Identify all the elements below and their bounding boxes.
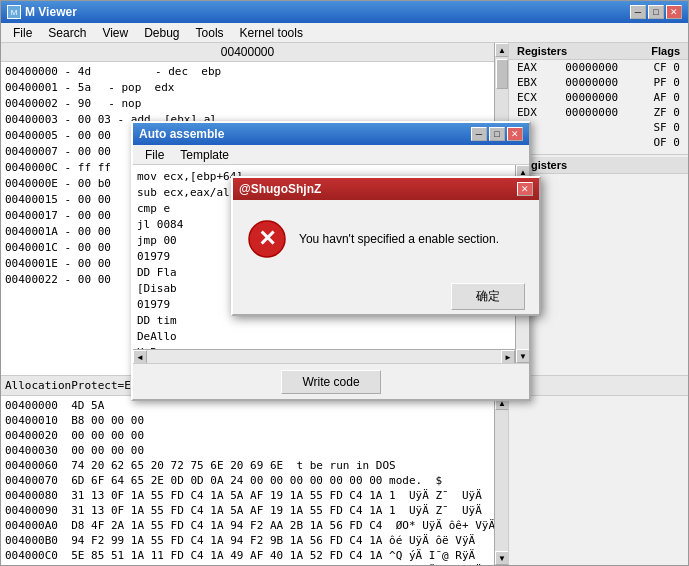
error-title-bar: @ShugoShjnZ ✕ bbox=[233, 178, 539, 200]
hex-line: 00400010 B8 00 00 00 bbox=[5, 413, 490, 428]
app-title: M Viewer bbox=[25, 5, 77, 19]
aa-menu-file[interactable]: File bbox=[137, 146, 172, 164]
reg-eax: EAX 00000000 CF 0 bbox=[509, 60, 688, 75]
hex-scroll-track[interactable] bbox=[495, 410, 508, 551]
hex-line: 00400020 00 00 00 00 bbox=[5, 428, 490, 443]
error-body: ✕ You havn't specified a enable section. bbox=[233, 200, 539, 278]
aa-menu-template[interactable]: Template bbox=[172, 146, 237, 164]
aa-hscroll-right[interactable]: ► bbox=[501, 350, 515, 363]
aa-hscroll-left[interactable]: ◄ bbox=[133, 350, 147, 363]
reg-ecx: ECX 00000000 AF 0 bbox=[509, 90, 688, 105]
code-header: 00400000 bbox=[1, 43, 494, 62]
error-ok-button[interactable]: 确定 bbox=[451, 283, 525, 310]
hex-line: 00400090 31 13 0F 1A 55 FD C4 1A 5A AF 1… bbox=[5, 503, 490, 518]
aa-footer: Write code bbox=[133, 363, 529, 399]
menu-kernel-tools[interactable]: Kernel tools bbox=[232, 24, 311, 42]
menu-search[interactable]: Search bbox=[40, 24, 94, 42]
app-icon: M bbox=[7, 5, 21, 19]
aa-title-bar: Auto assemble ─ □ ✕ bbox=[133, 123, 529, 145]
hex-scroll-down[interactable]: ▼ bbox=[495, 551, 509, 565]
flags-label: Flags bbox=[651, 45, 680, 57]
aa-title: Auto assemble bbox=[139, 127, 224, 141]
title-bar-controls: ─ □ ✕ bbox=[630, 5, 682, 19]
code-line: 00400002 - 90 - nop bbox=[5, 96, 490, 112]
reg-empty1: SF 0 bbox=[509, 120, 688, 135]
aa-title-controls: ─ □ ✕ bbox=[471, 127, 523, 141]
reg-ebx: EBX 00000000 PF 0 bbox=[509, 75, 688, 90]
error-icon: ✕ bbox=[247, 219, 287, 259]
scroll-up-btn[interactable]: ▲ bbox=[495, 43, 509, 57]
main-menu-bar: File Search View Debug Tools Kernel tool… bbox=[1, 23, 688, 43]
error-dialog-title: @ShugoShjnZ bbox=[239, 182, 321, 196]
write-code-button[interactable]: Write code bbox=[281, 370, 380, 394]
registers-header: Registers Flags bbox=[509, 43, 688, 60]
aa-maximize-btn[interactable]: □ bbox=[489, 127, 505, 141]
code-line: 00400000 - 4d - dec ebp bbox=[5, 64, 490, 80]
minimize-button[interactable]: ─ bbox=[630, 5, 646, 19]
hex-line: 00400060 74 20 62 65 20 72 75 6E 20 69 6… bbox=[5, 458, 490, 473]
title-bar-left: M M Viewer bbox=[7, 5, 77, 19]
aa-minimize-btn[interactable]: ─ bbox=[471, 127, 487, 141]
hex-content[interactable]: 00400000 4D 5A 00400010 B8 00 00 00 0040… bbox=[1, 396, 494, 565]
aa-hscroll-track[interactable] bbox=[147, 350, 501, 363]
error-message: You havn't specified a enable section. bbox=[299, 232, 499, 246]
main-window: M M Viewer ─ □ ✕ File Search View Debug … bbox=[0, 0, 689, 566]
reg-empty2: OF 0 bbox=[509, 135, 688, 150]
menu-debug[interactable]: Debug bbox=[136, 24, 187, 42]
main-title-bar: M M Viewer ─ □ ✕ bbox=[1, 1, 688, 23]
hex-line: 00400030 00 00 00 00 bbox=[5, 443, 490, 458]
hex-line: 004000A0 D8 4F 2A 1A 55 FD C4 1A 94 F2 A… bbox=[5, 518, 490, 533]
aa-hscrollbar[interactable]: ◄ ► bbox=[133, 349, 515, 363]
aa-close-btn[interactable]: ✕ bbox=[507, 127, 523, 141]
aa-menu-bar: File Template bbox=[133, 145, 529, 165]
reg-edx: EDX 00000000 ZF 0 bbox=[509, 105, 688, 120]
hex-line: 00400070 6D 6F 64 65 2E 0D 0D 0A 24 00 0… bbox=[5, 473, 490, 488]
close-button[interactable]: ✕ bbox=[666, 5, 682, 19]
aa-scroll-down[interactable]: ▼ bbox=[516, 349, 529, 363]
hex-line: 004000C0 5E 85 51 1A 11 FD C4 1A 49 AF 4… bbox=[5, 548, 490, 563]
error-close-btn[interactable]: ✕ bbox=[517, 182, 533, 196]
svg-text:✕: ✕ bbox=[258, 226, 276, 251]
bottom-area: 00400000 4D 5A 00400010 B8 00 00 00 0040… bbox=[1, 395, 688, 565]
aa-code-line: DeAllo bbox=[137, 329, 511, 345]
error-dialog: @ShugoShjnZ ✕ ✕ You havn't specified a e… bbox=[231, 176, 541, 316]
error-footer: 确定 bbox=[233, 278, 539, 314]
menu-tools[interactable]: Tools bbox=[188, 24, 232, 42]
hex-line: 004000D0 70 3B A9 1A 5F FD C4 1A 2A 84 1… bbox=[5, 563, 490, 565]
menu-view[interactable]: View bbox=[94, 24, 136, 42]
maximize-button[interactable]: □ bbox=[648, 5, 664, 19]
registers-label: Registers bbox=[517, 45, 567, 57]
hex-vscrollbar[interactable]: ▲ ▼ bbox=[494, 396, 508, 565]
right-bottom-panel bbox=[508, 396, 688, 565]
scroll-thumb[interactable] bbox=[496, 59, 508, 89]
hex-line: 004000B0 94 F2 99 1A 55 FD C4 1A 94 F2 9… bbox=[5, 533, 490, 548]
hex-line: 00400080 31 13 0F 1A 55 FD C4 1A 5A AF 1… bbox=[5, 488, 490, 503]
code-line: 00400001 - 5a - pop edx bbox=[5, 80, 490, 96]
menu-file[interactable]: File bbox=[5, 24, 40, 42]
registers-header2: Registers bbox=[509, 157, 688, 174]
